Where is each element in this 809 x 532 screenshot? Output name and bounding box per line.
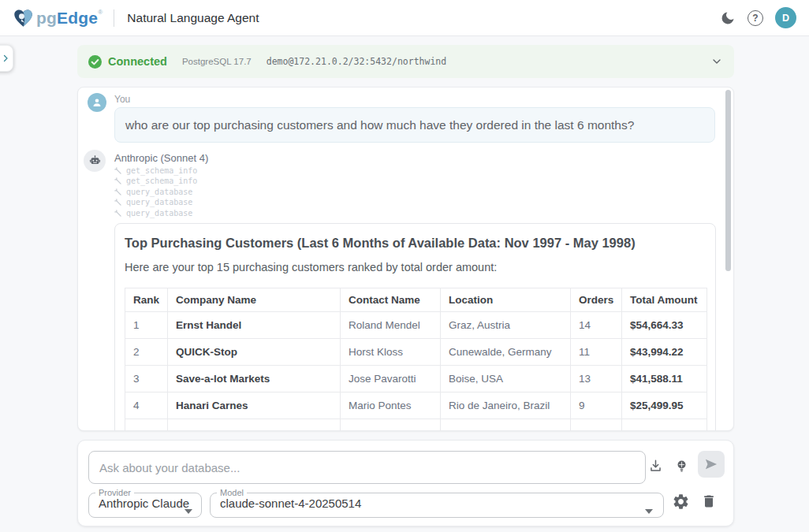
wrench-icon (114, 210, 121, 217)
table-row: 2 QUICK-Stop Horst Kloss Cunewalde, Germ… (125, 339, 707, 366)
pgedge-logo: pgEdge® (13, 8, 103, 28)
tool-call-list: get_schema_info get_schema_info query_da… (114, 166, 197, 218)
chevron-down-icon (710, 55, 723, 68)
table-header-row: Rank Company Name Contact Name Location … (125, 288, 707, 312)
table-row-clipped (125, 419, 707, 432)
user-message-avatar (88, 93, 106, 112)
table-row: 4 Hanari Carnes Mario Pontes Rio de Jane… (125, 392, 707, 419)
provider-select[interactable]: Provider Anthropic Claude (88, 488, 202, 518)
moon-icon (720, 10, 736, 26)
assistant-message-avatar (84, 150, 106, 172)
wrench-icon (114, 177, 121, 184)
connection-status-bar: Connected PostgreSQL 17.7 demo@172.21.0.… (77, 45, 734, 78)
send-icon (703, 456, 719, 472)
model-select-value: claude-sonnet-4-20250514 (211, 497, 663, 515)
settings-button[interactable] (672, 493, 690, 511)
download-icon (648, 459, 663, 474)
wrench-icon (114, 188, 121, 195)
column-header: Contact Name (341, 288, 441, 312)
response-heading: Top Purchasing Customers (Last 6 Months … (125, 236, 705, 251)
sidebar-toggle-button[interactable] (0, 45, 13, 72)
wrench-icon (114, 199, 121, 206)
robot-icon (88, 154, 102, 168)
model-select[interactable]: Model claude-sonnet-4-20250514 (210, 488, 664, 518)
brand-name: pgEdge® (36, 9, 103, 28)
tool-call-item: get_schema_info (114, 166, 197, 175)
assistant-response-card: Top Purchasing Customers (Last 6 Months … (114, 223, 716, 431)
help-button[interactable]: ? (747, 10, 763, 26)
tool-call-item: query_database (114, 188, 197, 196)
column-header: Company Name (168, 288, 341, 312)
response-intro: Here are your top 15 purchasing customer… (125, 261, 705, 273)
avatar-initial: D (782, 13, 789, 24)
column-header: Total Amount (622, 288, 707, 312)
person-icon (91, 96, 103, 109)
tool-call-item: get_schema_info (114, 177, 197, 186)
header-actions: ? D (720, 7, 796, 28)
gear-icon (672, 493, 690, 511)
download-button[interactable] (648, 459, 663, 474)
column-header: Location (441, 288, 571, 312)
connection-status-label: Connected (108, 55, 167, 68)
column-header: Orders (571, 288, 622, 312)
connection-string: demo@172.21.0.2/32:5432/northwind (267, 56, 446, 67)
app-header: pgEdge® Natural Language Agent ? D (0, 0, 809, 36)
composer-panel: Provider Anthropic Claude Model claude-s… (77, 440, 734, 526)
page-title: Natural Language Agent (127, 11, 259, 25)
caret-down-icon (185, 509, 192, 514)
table-row: 1 Ernst Handel Roland Mendel Graz, Austr… (125, 312, 707, 339)
user-sender-label: You (114, 94, 130, 105)
dark-mode-toggle[interactable] (720, 10, 736, 26)
assistant-sender-label: Anthropic (Sonnet 4) (114, 152, 208, 164)
check-circle-icon (88, 55, 102, 69)
caret-down-icon (645, 509, 653, 514)
tool-call-item: query_database (114, 209, 197, 218)
clear-chat-button[interactable] (701, 493, 717, 509)
user-message-bubble: who are our top purchasing customers and… (114, 107, 715, 143)
user-avatar-badge[interactable]: D (775, 7, 796, 28)
suggestions-button[interactable] (674, 459, 689, 474)
trash-icon (701, 493, 717, 509)
connection-status: Connected (88, 55, 167, 69)
app-window: pgEdge® Natural Language Agent ? D (0, 0, 809, 532)
pgedge-heart-icon (13, 8, 34, 28)
chat-scrollbar-thumb[interactable] (725, 90, 731, 271)
chevron-right-icon (1, 54, 10, 63)
lightbulb-icon (674, 459, 689, 474)
user-message-text: who are our top purchasing customers and… (125, 118, 634, 132)
help-icon: ? (752, 13, 758, 24)
message-input[interactable] (88, 451, 646, 484)
header-divider (114, 9, 114, 27)
send-button[interactable] (698, 451, 725, 478)
tool-call-item: query_database (114, 199, 197, 207)
table-row: 3 Save-a-lot Markets Jose Pavarotti Bois… (125, 366, 707, 392)
connection-expand-button[interactable] (710, 55, 723, 68)
wrench-icon (114, 167, 121, 174)
db-version-label: PostgreSQL 17.7 (182, 57, 252, 66)
column-header: Rank (125, 288, 168, 312)
results-table: Rank Company Name Contact Name Location … (125, 288, 707, 431)
chat-history-panel: You who are our top purchasing customers… (77, 87, 734, 431)
